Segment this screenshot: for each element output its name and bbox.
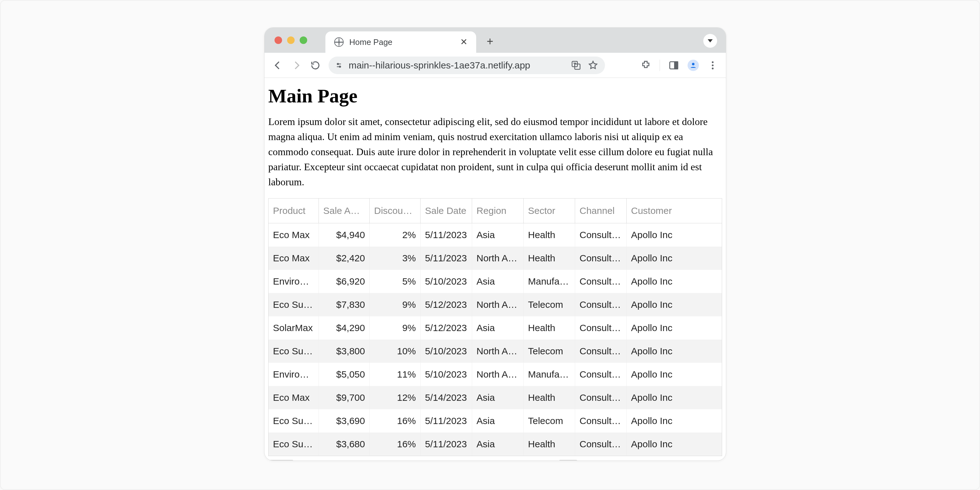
cell-amount: $4,290 <box>319 316 370 340</box>
cell-discount: 9% <box>370 316 421 340</box>
cell-customer: Apollo Inc <box>627 223 722 247</box>
cell-discount: 16% <box>370 433 421 456</box>
page-1[interactable]: 1 <box>559 460 578 460</box>
column-header[interactable]: Channel <box>575 199 627 223</box>
table-row[interactable]: Eco Su…$3,68016%5/11/2023AsiaHealthConsu… <box>269 433 722 456</box>
forward-button[interactable] <box>291 60 302 71</box>
chevron-down-icon <box>708 39 713 42</box>
page-content: Main Page Lorem ipsum dolor sit amet, co… <box>264 78 726 460</box>
cell-region: Asia <box>472 386 523 409</box>
translate-icon[interactable] <box>570 60 582 71</box>
maximize-window-button[interactable] <box>300 37 307 44</box>
page-5[interactable]: 5 <box>642 460 660 460</box>
cell-region: Asia <box>472 433 523 456</box>
column-header[interactable]: Discoun… <box>370 199 421 223</box>
cell-region: Asia <box>472 409 523 433</box>
tabs-dropdown-button[interactable] <box>703 34 717 48</box>
cell-amount: $3,680 <box>319 433 370 456</box>
page-3[interactable]: 3 <box>601 460 619 460</box>
cell-sector: Health <box>523 386 575 409</box>
page-size-10[interactable]: 10 <box>269 460 293 460</box>
cell-date: 5/10/2023 <box>421 270 472 293</box>
cell-amount: $7,830 <box>319 293 370 316</box>
table-row[interactable]: Eco Max$2,4203%5/11/2023North A…HealthCo… <box>269 247 722 270</box>
cell-region: North A… <box>472 293 523 316</box>
new-tab-button[interactable]: + <box>482 34 498 49</box>
page-4[interactable]: 4 <box>621 460 640 460</box>
page-size-25[interactable]: 25 <box>296 460 320 460</box>
side-panel-icon[interactable] <box>668 60 679 71</box>
cell-discount: 16% <box>370 409 421 433</box>
cell-customer: Apollo Inc <box>627 270 722 293</box>
table-row[interactable]: Eco Max$4,9402%5/11/2023AsiaHealthConsul… <box>269 223 722 247</box>
cell-amount: $3,800 <box>319 340 370 363</box>
url-text: main--hilarious-sprinkles-1ae37a.netlify… <box>348 60 565 71</box>
cell-region: North A… <box>472 363 523 386</box>
back-button[interactable] <box>272 60 283 71</box>
cell-channel: Consult… <box>575 340 627 363</box>
cell-amount: $9,700 <box>319 386 370 409</box>
grid-header-row: Product Sale A… Discoun… Sale Date Regio… <box>269 199 722 223</box>
cell-product: EnviroC… <box>269 270 319 293</box>
cell-sector: Telecom <box>523 293 575 316</box>
browser-tab[interactable]: Home Page ✕ <box>325 32 476 53</box>
cell-date: 5/11/2023 <box>421 409 472 433</box>
pagination-bar: 102550100 12345. . .155 <box>268 456 722 460</box>
cell-sector: Manufa… <box>523 270 575 293</box>
table-row[interactable]: EnviroC…$6,9205%5/10/2023AsiaManufa…Cons… <box>269 270 722 293</box>
close-window-button[interactable] <box>275 37 282 44</box>
cell-region: North A… <box>472 340 523 363</box>
profile-avatar[interactable] <box>687 60 699 71</box>
page-size-100[interactable]: 100 <box>348 460 377 460</box>
cell-channel: Consult… <box>575 316 627 340</box>
kebab-menu-icon[interactable] <box>707 60 718 71</box>
cell-amount: $6,920 <box>319 270 370 293</box>
table-row[interactable]: Eco Su…$3,69016%5/11/2023AsiaTelecomCons… <box>269 409 722 433</box>
cell-channel: Consult… <box>575 433 627 456</box>
cell-product: Eco Max <box>269 223 319 247</box>
bookmark-star-icon[interactable] <box>587 60 599 71</box>
svg-point-10 <box>712 68 714 69</box>
extensions-icon[interactable] <box>640 60 651 71</box>
site-settings-icon[interactable] <box>335 61 343 69</box>
cell-discount: 9% <box>370 293 421 316</box>
table-row[interactable]: Eco Su…$3,80010%5/10/2023North A…Telecom… <box>269 340 722 363</box>
page-ellipsis[interactable]: . . . <box>662 460 689 460</box>
cell-sector: Health <box>523 223 575 247</box>
cell-amount: $2,420 <box>319 247 370 270</box>
cell-product: Eco Su… <box>269 409 319 433</box>
column-header[interactable]: Sale Date <box>421 199 472 223</box>
cell-product: Eco Max <box>269 386 319 409</box>
svg-point-1 <box>339 66 340 67</box>
column-header[interactable]: Customer <box>627 199 722 223</box>
minimize-window-button[interactable] <box>287 37 294 44</box>
table-row[interactable]: Eco Su…$7,8309%5/12/2023North A…TelecomC… <box>269 293 722 316</box>
address-bar[interactable]: main--hilarious-sprinkles-1ae37a.netlify… <box>329 57 605 74</box>
reload-button[interactable] <box>310 60 321 71</box>
table-row[interactable]: Eco Max$9,70012%5/14/2023AsiaHealthConsu… <box>269 386 722 409</box>
cell-customer: Apollo Inc <box>627 316 722 340</box>
table-row[interactable]: SolarMax$4,2909%5/12/2023AsiaHealthConsu… <box>269 316 722 340</box>
column-header[interactable]: Sector <box>523 199 575 223</box>
cell-amount: $5,050 <box>319 363 370 386</box>
cell-sector: Health <box>523 433 575 456</box>
svg-point-0 <box>337 63 339 64</box>
page-size-50[interactable]: 50 <box>322 460 346 460</box>
cell-date: 5/10/2023 <box>421 363 472 386</box>
cell-discount: 2% <box>370 223 421 247</box>
page-2[interactable]: 2 <box>580 460 598 460</box>
cell-channel: Consult… <box>575 223 627 247</box>
column-header[interactable]: Sale A… <box>319 199 370 223</box>
cell-discount: 5% <box>370 270 421 293</box>
cell-customer: Apollo Inc <box>627 340 722 363</box>
table-row[interactable]: EnviroC…$5,05011%5/10/2023North A…Manufa… <box>269 363 722 386</box>
column-header[interactable]: Region <box>472 199 523 223</box>
cell-date: 5/10/2023 <box>421 340 472 363</box>
close-tab-icon[interactable]: ✕ <box>460 38 468 46</box>
separator <box>660 60 660 71</box>
cell-customer: Apollo Inc <box>627 409 722 433</box>
cell-sector: Health <box>523 316 575 340</box>
page-155[interactable]: 155 <box>692 460 721 460</box>
column-header[interactable]: Product <box>269 199 319 223</box>
svg-point-7 <box>692 63 694 65</box>
